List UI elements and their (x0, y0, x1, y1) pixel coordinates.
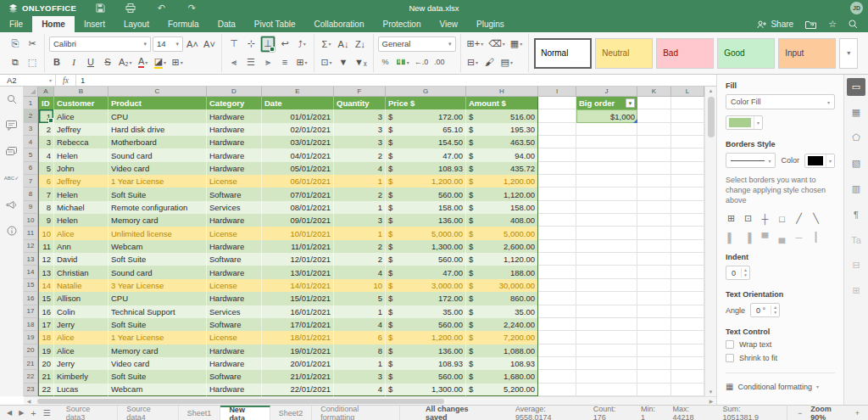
cell-g4[interactable]: $154.50 (386, 136, 466, 148)
header-cell-customer[interactable]: Customer (54, 97, 108, 109)
cell-i4[interactable] (538, 136, 576, 148)
cell-i21[interactable] (538, 357, 576, 370)
cell-h2[interactable]: $516.00 (466, 109, 538, 122)
cell-k20[interactable] (637, 344, 671, 357)
chat-button[interactable] (3, 144, 20, 160)
cell-i12[interactable] (538, 240, 576, 253)
cell-style-normal[interactable]: Normal (534, 38, 592, 69)
cell-g17[interactable]: $35.00 (386, 305, 466, 318)
cell-k14[interactable] (637, 266, 671, 278)
cell-c21[interactable]: Video card (108, 357, 207, 370)
cell-f7[interactable]: 1 (334, 175, 386, 188)
cell-j16[interactable] (576, 292, 637, 305)
cell-c3[interactable]: Hard disk drive (108, 123, 207, 136)
cell-a7[interactable]: 6 (38, 175, 54, 188)
borders-button[interactable]: ⊞▾ (170, 53, 185, 70)
align-bottom-button[interactable]: ⊥ (260, 36, 275, 53)
cell-l8[interactable] (671, 188, 704, 200)
named-ranges-button[interactable]: ⊡▾ (319, 53, 334, 70)
cell-h3[interactable]: $195.30 (466, 123, 538, 136)
wrap-text-checkbox[interactable] (726, 340, 734, 349)
cell-k10[interactable] (637, 214, 671, 227)
justify-button[interactable]: ≡ (277, 53, 292, 70)
cell-b19[interactable]: Alice (54, 331, 108, 344)
tab-data[interactable]: Data (209, 16, 245, 32)
cell-d16[interactable]: Hardware (207, 292, 262, 305)
font-color-button[interactable]: A▾ (136, 53, 151, 70)
cell-k8[interactable] (637, 188, 671, 200)
vertical-scrollbar[interactable]: ▲ ▼ (704, 87, 716, 396)
cell-l16[interactable] (671, 292, 704, 305)
fill-type-select[interactable]: Color Fill▾ (726, 94, 835, 109)
cell-e10[interactable]: 09/01/2021 (262, 214, 334, 227)
cell-f17[interactable]: 1 (334, 305, 386, 318)
column-header-b[interactable]: B (54, 87, 108, 97)
row-header-12[interactable]: 12 (24, 240, 38, 253)
cell-j5[interactable] (576, 148, 637, 161)
cell-c2[interactable]: CPU (108, 109, 207, 122)
fill-color-swatch-button[interactable]: ▾ (726, 115, 763, 130)
cell-i17[interactable] (538, 305, 576, 318)
tab-layout[interactable]: Layout (114, 16, 159, 32)
cell-e9[interactable]: 08/01/2021 (262, 201, 334, 214)
cell-g21[interactable]: $108.93 (386, 357, 466, 370)
find-replace-button[interactable] (3, 92, 20, 107)
sheet-tab-new-data[interactable]: New data (220, 406, 270, 420)
cell-k21[interactable] (637, 357, 671, 370)
cell-d23[interactable]: Hardware (207, 384, 262, 396)
cell-e23[interactable]: 22/01/2021 (262, 384, 334, 396)
tab-view[interactable]: View (431, 16, 468, 32)
cell-l2[interactable] (671, 109, 704, 122)
cell-i16[interactable] (538, 292, 576, 305)
cell-k9[interactable] (637, 201, 671, 214)
cell-f13[interactable]: 2 (334, 253, 386, 266)
cell-c6[interactable]: Video card (108, 162, 207, 175)
cell-d18[interactable]: Software (207, 318, 262, 331)
cell-j12[interactable] (576, 240, 637, 253)
cell-a21[interactable]: 20 (38, 357, 54, 370)
cell-style-bad[interactable]: Bad (656, 38, 714, 69)
cell-d17[interactable]: Services (207, 305, 262, 318)
cell-l3[interactable] (671, 123, 704, 136)
sheet-tab-sheet1[interactable]: Sheet1 (179, 406, 221, 420)
cell-c23[interactable]: Webcam (108, 384, 207, 396)
sheet-tab-source-data4[interactable]: Source data4 (118, 406, 179, 420)
cell-i10[interactable] (538, 214, 576, 227)
cell-f6[interactable]: 4 (334, 162, 386, 175)
cell-h19[interactable]: $7,200.00 (466, 331, 538, 344)
cell-e22[interactable]: 21/01/2021 (262, 370, 334, 383)
row-header-9[interactable]: 9 (24, 201, 38, 214)
cell-settings-icon[interactable]: ▭ (847, 78, 865, 96)
cell-i6[interactable] (538, 162, 576, 175)
column-header-f[interactable]: F (334, 87, 386, 97)
row-header-4[interactable]: 4 (24, 136, 38, 148)
cell-d8[interactable]: Software (207, 188, 262, 200)
cell-d10[interactable]: Hardware (207, 214, 262, 227)
cell-e2[interactable]: 01/01/2021 (262, 109, 334, 122)
column-header-g[interactable]: G (386, 87, 466, 97)
cell-e14[interactable]: 13/01/2021 (262, 266, 334, 278)
shrink-to-fit-checkbox[interactable] (726, 354, 734, 362)
cell-e17[interactable]: 16/01/2021 (262, 305, 334, 318)
cell-e7[interactable]: 06/01/2021 (262, 175, 334, 188)
cell-e18[interactable]: 17/01/2021 (262, 318, 334, 331)
zoom-out-button[interactable]: − (798, 409, 802, 417)
cell-b18[interactable]: Jerry (54, 318, 108, 331)
border-right-button[interactable]: ▀ (760, 232, 771, 243)
tab-formula[interactable]: Formula (159, 16, 209, 32)
cell-h23[interactable]: $5,200.00 (466, 384, 538, 396)
cell-f5[interactable]: 2 (334, 148, 386, 161)
cell-f15[interactable]: 10 (334, 279, 386, 292)
angle-stepper[interactable]: 0 ° ▲▼ (750, 303, 780, 317)
cell-e5[interactable]: 04/01/2021 (262, 148, 334, 161)
cell-l13[interactable] (671, 253, 704, 266)
cell-h7[interactable]: $1,200.00 (466, 175, 538, 188)
cell-j8[interactable] (576, 188, 637, 200)
cell-h10[interactable]: $408.00 (466, 214, 538, 227)
insert-function-button[interactable]: fx (56, 75, 76, 86)
cell-b3[interactable]: Jeffrey (54, 123, 108, 136)
cell-g19[interactable]: $1,200.00 (386, 331, 466, 344)
cell-i23[interactable] (538, 384, 576, 396)
about-button[interactable] (3, 223, 20, 238)
cell-style-gallery-more-button[interactable]: ▾ (839, 38, 858, 69)
